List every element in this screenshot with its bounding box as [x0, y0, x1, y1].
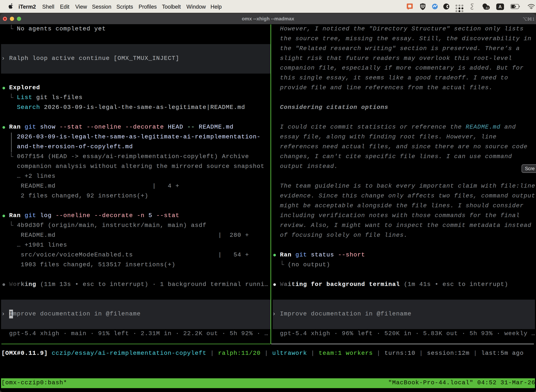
svg-text:1: 1	[532, 17, 534, 21]
svg-text:..61: ..61	[484, 6, 489, 9]
